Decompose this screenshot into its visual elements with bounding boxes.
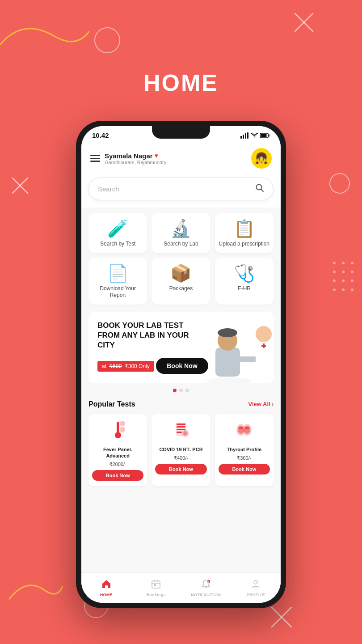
home-icon xyxy=(101,579,111,591)
nav-item-bookings[interactable]: Bookings xyxy=(131,573,181,603)
test-tubes-icon: 🧪 xyxy=(107,220,128,237)
svg-rect-15 xyxy=(333,288,336,291)
nav-label-bookings: Bookings xyxy=(147,593,166,597)
nav-label-notification: NOTIFICATION xyxy=(191,593,221,597)
menu-label-download-report: Download Your Report xyxy=(92,285,143,299)
nav-item-notification[interactable]: 0 NOTIFICATION xyxy=(181,573,231,603)
svg-rect-9 xyxy=(333,271,336,273)
menu-item-ehr[interactable]: 🩺 E-HR xyxy=(215,258,274,305)
ehr-icon: 🩺 xyxy=(234,265,255,282)
svg-point-64 xyxy=(254,580,257,584)
app-header: Syamala Nagar ▾ Gandhipuram, Rajahmundry… xyxy=(81,143,281,174)
banner-book-now-button[interactable]: Book Now xyxy=(156,358,208,374)
svg-point-0 xyxy=(95,28,120,53)
page-title: HOME xyxy=(0,69,362,96)
test-card-thyroid: Thyroid Profile ₹300/- Book Now xyxy=(215,414,274,487)
svg-text:0: 0 xyxy=(207,580,209,583)
view-all-button[interactable]: View All › xyxy=(248,401,274,407)
bell-icon: 0 xyxy=(201,579,211,591)
menu-item-search-lab[interactable]: 🔬 Search by Lab xyxy=(152,213,210,253)
search-container: Search xyxy=(81,174,281,208)
menu-label-upload-prescription: Upload a prescription xyxy=(219,241,269,248)
book-thyroid-button[interactable]: Book Now xyxy=(219,464,270,475)
phone-mockup: 10.42 xyxy=(76,121,286,608)
menu-label-search-lab: Search by Lab xyxy=(164,241,198,248)
signal-icon xyxy=(240,132,248,139)
svg-rect-8 xyxy=(351,262,354,264)
svg-rect-12 xyxy=(333,280,336,282)
svg-line-19 xyxy=(272,607,291,627)
microscope-icon: 🔬 xyxy=(170,220,191,237)
nav-item-profile[interactable]: PROFILE xyxy=(231,573,281,603)
packages-icon: 📦 xyxy=(170,265,191,282)
menu-label-packages: Packages xyxy=(169,285,193,292)
svg-line-20 xyxy=(272,607,291,627)
status-time: 10.42 xyxy=(92,131,109,139)
avatar[interactable]: 👧 xyxy=(251,148,272,169)
test-price-covid: ₹400/- xyxy=(174,455,188,461)
location-info[interactable]: Syamala Nagar ▾ Gandhipuram, Rajahmundry xyxy=(105,152,166,165)
svg-point-30 xyxy=(206,377,251,383)
test-card-fever: Fever Panel- Advanced ₹2000/- Book Now xyxy=(88,414,147,487)
svg-point-53 xyxy=(239,427,241,429)
svg-rect-38 xyxy=(263,343,265,348)
menu-item-upload-prescription[interactable]: 📋 Upload a prescription xyxy=(215,213,274,253)
svg-point-5 xyxy=(330,174,349,193)
svg-point-40 xyxy=(115,432,121,438)
test-name-covid: COVID 19 RT- PCR xyxy=(159,446,202,453)
banner-title: BOOK YOUR LAB TEST FROM ANY LAB IN YOUR … xyxy=(97,321,189,350)
svg-rect-31 xyxy=(215,347,240,377)
svg-point-51 xyxy=(238,426,244,434)
tests-grid: Fever Panel- Advanced ₹2000/- Book Now xyxy=(81,414,281,494)
svg-point-35 xyxy=(256,326,272,342)
nav-item-home[interactable]: HOME xyxy=(81,573,131,603)
promo-banner: BOOK YOUR LAB TEST FROM ANY LAB IN YOUR … xyxy=(88,312,274,383)
test-card-covid: COVID 19 RT- PCR ₹400/- Book Now xyxy=(152,414,210,487)
svg-rect-13 xyxy=(342,280,345,282)
svg-point-54 xyxy=(241,427,243,429)
prescription-icon: 📋 xyxy=(234,220,255,237)
covid-icon xyxy=(172,420,190,444)
battery-icon xyxy=(260,133,270,138)
nav-label-profile: PROFILE xyxy=(247,593,265,597)
svg-rect-61 xyxy=(154,585,156,586)
chevron-down-icon: ▾ xyxy=(155,152,158,159)
menu-item-packages[interactable]: 📦 Packages xyxy=(152,258,210,305)
thyroid-icon xyxy=(235,420,253,444)
location-name: Syamala Nagar ▾ xyxy=(105,152,166,160)
test-price-fever: ₹2000/- xyxy=(109,462,126,467)
svg-line-29 xyxy=(261,189,263,191)
svg-rect-22 xyxy=(243,135,244,139)
book-covid-button[interactable]: Book Now xyxy=(155,464,206,475)
scroll-content: 🧪 Search by Test 🔬 Search by Lab 📋 Uploa… xyxy=(81,208,281,603)
menu-item-search-test[interactable]: 🧪 Search by Test xyxy=(88,213,147,253)
pdf-icon: 📄 xyxy=(107,265,128,282)
hamburger-menu[interactable] xyxy=(90,155,100,162)
dot-2 xyxy=(179,389,183,392)
book-fever-button[interactable]: Book Now xyxy=(92,470,143,481)
location-sub: Gandhipuram, Rajahmundry xyxy=(105,160,166,165)
svg-rect-21 xyxy=(240,136,242,139)
banner-dots xyxy=(81,389,281,392)
menu-item-download-report[interactable]: 📄 Download Your Report xyxy=(88,258,147,305)
profile-icon xyxy=(251,579,261,591)
svg-rect-46 xyxy=(177,432,182,433)
svg-line-3 xyxy=(13,178,28,193)
test-price-thyroid: ₹300/- xyxy=(237,455,251,461)
menu-label-ehr: E-HR xyxy=(238,285,251,292)
svg-rect-17 xyxy=(351,288,354,291)
search-placeholder: Search xyxy=(98,185,119,193)
bottom-nav: HOME Bookings xyxy=(81,572,281,603)
svg-rect-23 xyxy=(245,133,246,139)
svg-line-1 xyxy=(295,13,313,31)
svg-point-56 xyxy=(247,427,249,429)
popular-tests-title: Popular Tests xyxy=(88,400,135,408)
dot-1 xyxy=(173,389,177,392)
banner-price-tag: at ₹500 ₹300 Only xyxy=(97,361,154,372)
svg-point-55 xyxy=(245,427,247,429)
test-name-thyroid: Thyroid Profile xyxy=(227,446,262,453)
menu-grid: 🧪 Search by Test 🔬 Search by Lab 📋 Uploa… xyxy=(81,208,281,310)
search-bar[interactable]: Search xyxy=(88,178,274,200)
svg-rect-27 xyxy=(261,134,267,137)
popular-tests-header: Popular Tests View All › xyxy=(81,397,281,414)
